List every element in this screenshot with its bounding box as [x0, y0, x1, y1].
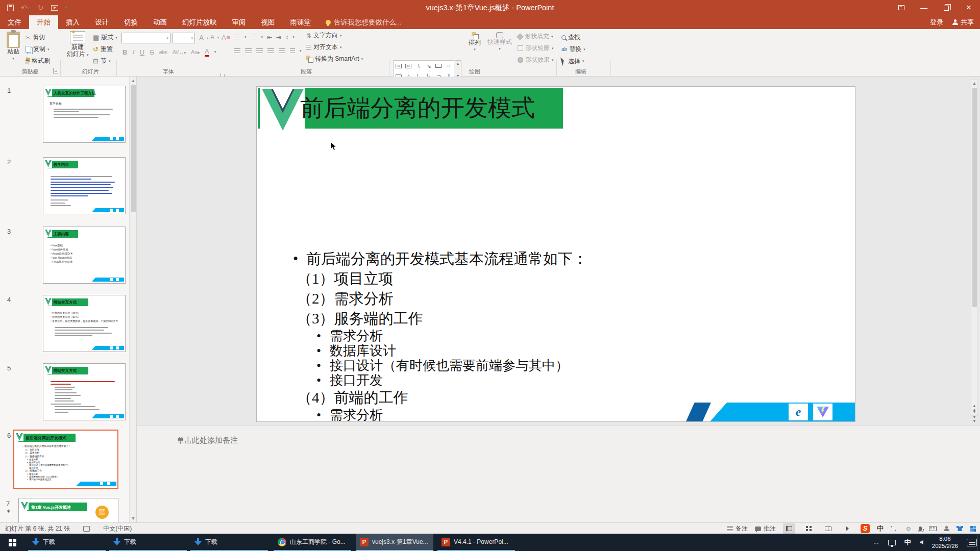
ime-account-icon[interactable]	[944, 526, 949, 532]
bold-button[interactable]: B	[122, 48, 127, 56]
strikethrough-button[interactable]: S	[150, 48, 154, 56]
arrange-button[interactable]: 排列▾	[465, 32, 484, 53]
taskbar-item-powerpoint-2[interactable]: PV4.4.1 - PowerPoi...	[437, 534, 515, 551]
tray-ime-icon[interactable]: 中	[904, 538, 911, 547]
arrow-shape-icon[interactable]: ↘	[426, 63, 431, 69]
text-direction-button[interactable]: ⇅文字方向▾	[306, 31, 342, 40]
editor-scroll-up-icon[interactable]: ▲	[971, 81, 977, 86]
start-button[interactable]	[0, 534, 24, 551]
ime-toolbox-icon[interactable]	[970, 526, 976, 532]
tab-view[interactable]: 视图	[254, 15, 283, 29]
shape-effects-button[interactable]: 形状效果▾	[518, 56, 554, 64]
abc-strike-button[interactable]: abc	[159, 49, 167, 55]
replace-button[interactable]: ab替换▾	[561, 45, 585, 54]
tab-insert[interactable]: 插入	[58, 15, 87, 29]
taskbar-item-download-3[interactable]: 下载	[190, 534, 268, 551]
oval-shape-icon[interactable]: ○	[447, 63, 451, 69]
next-slide-button[interactable]: ▼▼	[971, 415, 978, 423]
slide-thumbnail-7[interactable]: 第1章 Vue.js开发概述 教学目标	[18, 498, 118, 522]
increase-indent-icon[interactable]: ⇥	[276, 34, 281, 41]
tab-design[interactable]: 设计	[87, 15, 116, 29]
save-icon[interactable]	[7, 5, 14, 11]
italic-button[interactable]: I	[132, 48, 134, 56]
tab-transitions[interactable]: 切换	[116, 15, 145, 29]
font-name-combo[interactable]: ▾	[121, 33, 170, 43]
notes-placeholder[interactable]: 单击此处添加备注	[177, 436, 238, 445]
ime-emoji-icon[interactable]: ☺	[905, 525, 912, 532]
taskbar-clock[interactable]: 8:06 2025/2/26	[932, 535, 958, 549]
numbering-icon[interactable]	[251, 35, 257, 40]
tray-volume-icon[interactable]	[920, 540, 923, 545]
clipboard-dialog-launcher[interactable]	[53, 68, 58, 73]
undo-icon[interactable]: ↶▾	[21, 0, 31, 15]
redo-icon[interactable]: ↻	[38, 0, 44, 15]
slide-thumbnail-2[interactable]: 教学内容	[43, 157, 126, 214]
slide-title[interactable]: 前后端分离的开发模式	[300, 88, 535, 129]
slide-thumbnail-3[interactable]: 主要内容 Vue基础Vue组件开发Axios前后端交互Vue Router路由P…	[43, 227, 126, 284]
decrease-indent-icon[interactable]: ⇤	[267, 34, 272, 41]
language-label[interactable]: 中文(中国)	[103, 524, 132, 533]
columns-icon[interactable]	[290, 48, 295, 54]
slide-thumbnail-1[interactable]: 人机交互的软件工程方法 教学目标	[43, 86, 126, 143]
ime-chinese-mode[interactable]: 中	[877, 524, 884, 533]
quick-styles-button[interactable]: 快速样式▾	[484, 32, 516, 53]
bullets-icon[interactable]	[234, 35, 240, 40]
align-left-icon[interactable]	[234, 48, 240, 54]
vertical-textbox-shape-icon[interactable]: ‖A	[405, 64, 411, 68]
distribute-icon[interactable]	[279, 48, 285, 54]
underline-button[interactable]: U	[140, 48, 144, 56]
tab-yuketang[interactable]: 雨课堂	[283, 15, 319, 29]
shrink-font-button[interactable]: A▼	[210, 34, 220, 41]
customize-quick-access-icon[interactable]: ▾	[65, 0, 68, 15]
tab-file[interactable]: 文件	[0, 15, 29, 29]
line-shape-icon[interactable]: \	[418, 63, 420, 69]
start-slideshow-icon[interactable]	[51, 5, 58, 11]
align-right-icon[interactable]	[256, 48, 263, 54]
new-slide-button[interactable]: 新建 幻灯片 ▾	[64, 31, 91, 59]
smartart-button[interactable]: 转换为 SmartArt▾	[306, 55, 363, 63]
taskbar-item-chrome[interactable]: 山东工商学院 - Go...	[274, 534, 351, 551]
ime-mic-icon[interactable]	[919, 527, 922, 531]
section-button[interactable]: ⊟节▾	[93, 57, 110, 65]
taskbar-item-download-1[interactable]: 下载	[28, 534, 106, 551]
thumbnail-scrollbar-thumb[interactable]	[131, 85, 136, 212]
minimize-button[interactable]: —	[913, 0, 935, 15]
slide-thumbnail-5[interactable]: 网站交互方式	[43, 363, 126, 420]
justify-icon[interactable]	[267, 48, 274, 54]
tell-me-box[interactable]: 告诉我您想要做什么...	[318, 15, 409, 29]
notes-toggle-button[interactable]: 备注	[727, 524, 748, 533]
slide-thumbnail-4[interactable]: 网站交互方式 经典的多页应用（MPA）现代的单页应用（SPA）多页应用，每次页面…	[43, 295, 126, 352]
scroll-down-icon[interactable]: ▼	[130, 516, 137, 521]
change-case-button[interactable]: Aa▾	[191, 49, 200, 55]
tab-review[interactable]: 审阅	[225, 15, 254, 29]
ribbon-display-options-button[interactable]	[890, 0, 913, 15]
reading-view-button[interactable]	[822, 523, 834, 534]
grow-font-button[interactable]: A▲	[199, 34, 209, 42]
editor-scrollbar[interactable]: ▲ ▼	[971, 79, 978, 416]
slide-body[interactable]: •前后端分离的开发模式基本流程通常如下：•（1）项目立项•（2）需求分析•（3）…	[293, 249, 803, 422]
spellcheck-icon[interactable]	[83, 526, 90, 532]
normal-view-button[interactable]	[783, 523, 795, 534]
slide-thumbnail-6-selected[interactable]: 前后端分离的开发模式 •前后端分离的开发模式基本流程通常如下：•（1）项目立项•…	[13, 430, 118, 489]
tab-slideshow[interactable]: 幻灯片放映	[175, 15, 225, 29]
ime-punctuation[interactable]: ’，	[891, 524, 898, 533]
scroll-up-icon[interactable]: ▲	[130, 78, 137, 83]
shape-fill-button[interactable]: 形状填充▾	[518, 32, 553, 41]
sign-in-button[interactable]: 登录	[930, 18, 943, 27]
select-button[interactable]: 选择▾	[561, 57, 584, 66]
notes-pane[interactable]: 单击此处添加备注	[137, 425, 980, 522]
sogou-ime-icon[interactable]: S	[861, 524, 870, 533]
line-spacing-icon[interactable]: ↕	[285, 34, 288, 41]
font-color-button[interactable]: A	[205, 47, 209, 57]
cut-button[interactable]: ✂剪切	[26, 33, 45, 42]
shape-outline-button[interactable]: 形状轮廓▾	[518, 44, 554, 53]
copy-button[interactable]: 复制▾	[26, 45, 50, 54]
find-button[interactable]: 查找	[561, 33, 580, 42]
reset-button[interactable]: ↺重置	[93, 45, 113, 54]
ime-keyboard-icon[interactable]	[929, 526, 937, 531]
layout-button[interactable]: ▤版式▾	[93, 33, 117, 42]
thumbnail-scrollbar[interactable]: ▲ ▼	[129, 77, 137, 522]
share-button[interactable]: 共享	[952, 18, 974, 27]
previous-slide-button[interactable]: ▲▲	[971, 404, 978, 412]
tray-display-icon[interactable]	[888, 540, 896, 545]
